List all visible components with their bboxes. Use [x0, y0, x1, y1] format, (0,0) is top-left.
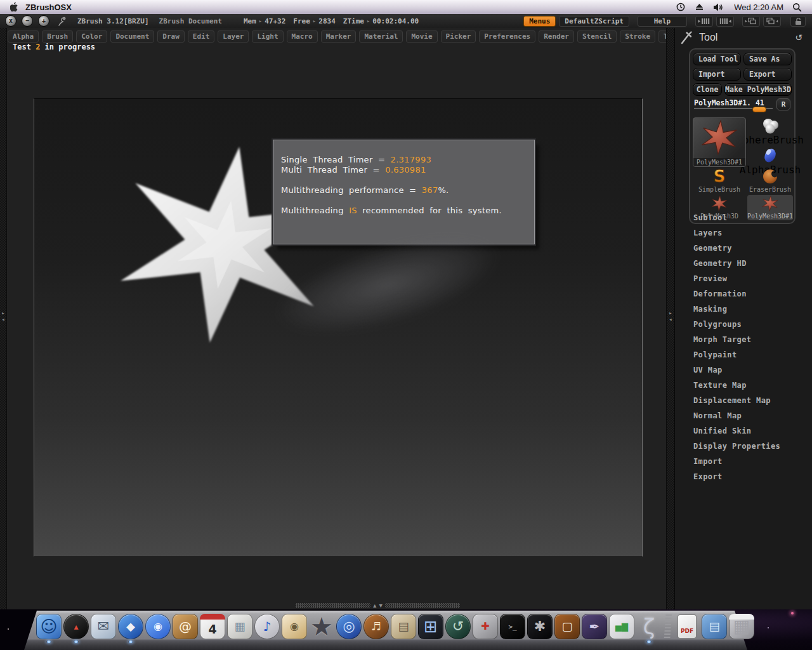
- document-canvas[interactable]: Single Thread Timer = 2.317993Multi Thre…: [34, 98, 643, 557]
- menu-document[interactable]: Document: [110, 30, 154, 43]
- right-tray-splitter[interactable]: ▸◂: [666, 28, 674, 609]
- trash-dock-icon[interactable]: ▦: [728, 613, 755, 640]
- section-normal-map[interactable]: Normal Map: [675, 408, 812, 423]
- right-tray-arrows-icon[interactable]: ▸◂: [667, 310, 674, 322]
- time-machine-dock-icon[interactable]: ↺: [445, 613, 471, 640]
- menu-color[interactable]: Color: [76, 30, 107, 43]
- lock-icon[interactable]: [790, 16, 806, 27]
- menu-edit[interactable]: Edit: [188, 30, 215, 43]
- multithreading-note-dialog[interactable]: Single Thread Timer = 2.317993Multi Thre…: [273, 140, 535, 244]
- import-button[interactable]: Import: [693, 68, 741, 81]
- section-morph-target[interactable]: Morph Target: [675, 332, 812, 347]
- splitter-down-arrow-icon[interactable]: ▼: [379, 603, 382, 608]
- menu-stroke[interactable]: Stroke: [620, 30, 655, 43]
- menu-draw[interactable]: Draw: [157, 30, 185, 43]
- garageband-dock-icon[interactable]: ♬: [363, 613, 390, 640]
- section-masking[interactable]: Masking: [675, 302, 812, 317]
- eraserbrush-thumbnail[interactable]: EraserBrush: [747, 168, 793, 194]
- eject-icon[interactable]: [695, 3, 704, 11]
- section-preview[interactable]: Preview: [675, 271, 812, 286]
- section-display-properties[interactable]: Display Properties: [675, 439, 812, 454]
- numbers-dock-icon[interactable]: ▅▇: [608, 613, 635, 640]
- finder-dock-icon[interactable]: ☺: [36, 613, 62, 640]
- load-tool-button[interactable]: Load Tool: [693, 53, 741, 65]
- section-geometry-hd[interactable]: Geometry HD: [675, 256, 812, 271]
- active-tool-slider[interactable]: [694, 109, 773, 114]
- save-as-button[interactable]: Save As: [743, 53, 792, 65]
- volume-icon[interactable]: [713, 3, 724, 12]
- menu-material[interactable]: Material: [359, 30, 403, 43]
- export-button[interactable]: Export: [743, 68, 792, 81]
- section-uv-map[interactable]: UV Map: [675, 362, 812, 378]
- next-document-icon[interactable]: [763, 16, 781, 27]
- menu-movie[interactable]: Movie: [406, 30, 437, 43]
- section-subtool[interactable]: SubTool: [675, 210, 812, 225]
- menu-picker[interactable]: Picker: [441, 30, 476, 43]
- spaces-dock-icon[interactable]: ⊞: [417, 613, 444, 640]
- dashboard-dock-icon[interactable]: ▴: [63, 613, 89, 640]
- system-preferences-dock-icon[interactable]: ✱: [527, 613, 553, 640]
- splitter-texture-left[interactable]: [296, 603, 370, 608]
- section-geometry[interactable]: Geometry: [675, 241, 812, 256]
- time-machine-menu-icon[interactable]: [676, 2, 686, 12]
- tool-palette-header[interactable]: Tool ↺: [675, 29, 812, 46]
- menu-brush[interactable]: Brush: [42, 30, 73, 43]
- zoom-window-button[interactable]: +: [38, 15, 49, 27]
- minimize-window-button[interactable]: −: [22, 15, 33, 27]
- keynote-dock-icon[interactable]: ▢: [554, 613, 580, 640]
- spherebrush-thumbnail[interactable]: SphereBrush: [747, 117, 793, 146]
- ichat-dock-icon[interactable]: ◉: [145, 613, 171, 640]
- active-tool-thumbnail[interactable]: PolyMesh3D#1: [693, 117, 746, 167]
- installer-dock-icon[interactable]: ✚: [472, 613, 499, 640]
- itunes-dock-icon[interactable]: ♪: [254, 613, 280, 640]
- menu-marker[interactable]: Marker: [321, 30, 357, 43]
- zbrush-dock-icon[interactable]: ζ: [636, 613, 662, 640]
- terminal-dock-icon[interactable]: >_: [499, 613, 526, 640]
- pdf-document-dock-icon[interactable]: PDF: [674, 613, 700, 640]
- menu-alpha[interactable]: Alpha: [8, 30, 39, 43]
- section-texture-map[interactable]: Texture Map: [675, 378, 812, 393]
- imovie-dock-icon[interactable]: ★: [308, 613, 335, 640]
- section-displacement-map[interactable]: Displacement Map: [675, 393, 812, 408]
- mail-dock-icon[interactable]: ✉: [90, 613, 117, 640]
- slider-handle[interactable]: [752, 107, 766, 112]
- downloads-dock-icon[interactable]: ▤: [701, 613, 728, 640]
- simplebrush-thumbnail[interactable]: S SimpleBrush: [693, 168, 746, 194]
- idvd-dock-icon[interactable]: ◎: [336, 613, 362, 640]
- divider-scrub-right-icon[interactable]: [716, 16, 734, 27]
- apple-menu-icon[interactable]: [10, 2, 19, 12]
- menu-macro[interactable]: Macro: [287, 30, 318, 43]
- left-tray-splitter[interactable]: ▸◂: [0, 28, 7, 609]
- section-export[interactable]: Export: [675, 469, 812, 484]
- help-button[interactable]: Help: [638, 16, 687, 27]
- iphoto-dock-icon[interactable]: ◉: [281, 613, 308, 640]
- section-import[interactable]: Import: [675, 454, 812, 469]
- bottom-splitter[interactable]: ▲ ▼: [296, 603, 460, 608]
- section-polygroups[interactable]: Polygroups: [675, 317, 812, 332]
- menus-toggle-button[interactable]: Menus: [523, 16, 556, 27]
- close-window-button[interactable]: x: [5, 15, 16, 27]
- menubar-clock[interactable]: Wed 2:20 AM: [734, 3, 783, 12]
- menu-preferences[interactable]: Preferences: [479, 30, 535, 43]
- splitter-up-arrow-icon[interactable]: ▲: [373, 603, 376, 608]
- address-book-dock-icon[interactable]: @: [172, 613, 199, 640]
- prev-document-icon[interactable]: [742, 16, 760, 27]
- clone-button[interactable]: Clone: [693, 83, 722, 96]
- section-deformation[interactable]: Deformation: [675, 286, 812, 302]
- menu-stencil[interactable]: Stencil: [577, 30, 617, 43]
- menubar-app-name[interactable]: ZBrushOSX: [25, 3, 72, 12]
- default-zscript-button[interactable]: DefaultZScript: [559, 16, 629, 27]
- restore-config-button[interactable]: R: [776, 98, 790, 110]
- section-layers[interactable]: Layers: [675, 225, 812, 241]
- section-polypaint[interactable]: Polypaint: [675, 347, 812, 362]
- photo-booth-dock-icon[interactable]: ▦: [226, 613, 253, 640]
- palette-reset-icon[interactable]: ↺: [795, 32, 802, 43]
- splitter-texture-right[interactable]: [385, 603, 460, 608]
- left-tray-arrows-icon[interactable]: ▸◂: [0, 310, 6, 322]
- divider-scrub-left-icon[interactable]: [695, 16, 713, 27]
- iweb-dock-icon[interactable]: ▤: [390, 613, 417, 640]
- menu-light[interactable]: Light: [252, 30, 283, 43]
- section-unified-skin[interactable]: Unified Skin: [675, 423, 812, 439]
- menu-render[interactable]: Render: [539, 30, 574, 43]
- make-polymesh3d-button[interactable]: Make PolyMesh3D: [724, 83, 792, 96]
